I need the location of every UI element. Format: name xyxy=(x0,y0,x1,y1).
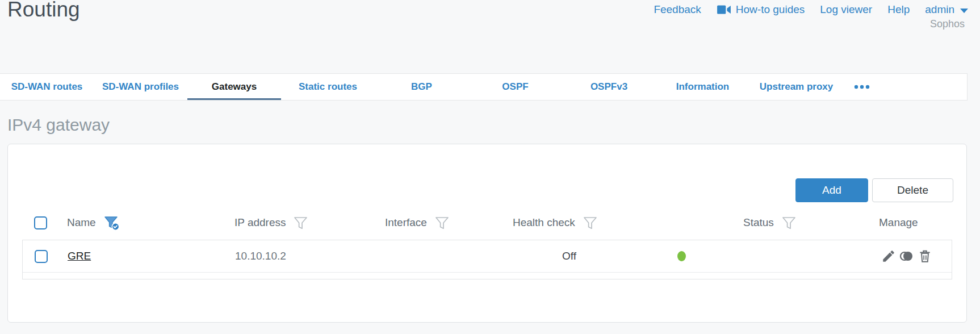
section-heading: IPv4 gateway xyxy=(7,115,110,135)
filter-icon[interactable] xyxy=(583,216,598,230)
tab-sd-wan-routes[interactable]: SD-WAN routes xyxy=(0,74,94,100)
more-tabs-button[interactable] xyxy=(843,74,881,100)
page-title: Routing xyxy=(7,0,80,22)
gateway-name-link[interactable]: GRE xyxy=(68,250,91,262)
row-select-cell xyxy=(23,250,68,263)
caret-down-icon xyxy=(960,9,968,13)
feedback-link[interactable]: Feedback xyxy=(654,3,701,16)
log-viewer-link[interactable]: Log viewer xyxy=(820,3,872,16)
select-all-cell xyxy=(22,216,67,229)
manage-cell xyxy=(880,249,952,264)
video-camera-icon xyxy=(717,4,731,15)
column-header-status: Status xyxy=(652,216,879,230)
table-header: Name IP address Interface Health check xyxy=(22,209,952,236)
clone-icon[interactable] xyxy=(899,249,915,264)
add-button[interactable]: Add xyxy=(795,178,868,202)
status-cell xyxy=(652,251,880,261)
tab-ospf[interactable]: OSPF xyxy=(468,74,562,100)
filter-icon[interactable] xyxy=(781,216,797,230)
column-header-ip-address: IP address xyxy=(234,216,385,230)
edit-icon[interactable] xyxy=(881,249,896,264)
status-up-indicator xyxy=(677,251,686,261)
tab-information[interactable]: Information xyxy=(656,74,749,100)
filter-icon[interactable] xyxy=(434,216,450,230)
delete-button[interactable]: Delete xyxy=(872,178,953,202)
filter-icon[interactable] xyxy=(293,216,308,230)
howto-guides-link[interactable]: How-to guides xyxy=(717,3,805,16)
select-all-checkbox[interactable] xyxy=(34,216,47,229)
ipv4-gateway-card: Add Delete Name IP address Interface xyxy=(7,144,967,323)
ellipsis-icon xyxy=(854,85,870,89)
help-link[interactable]: Help xyxy=(887,3,910,16)
tab-static-routes[interactable]: Static routes xyxy=(281,74,375,100)
delete-icon[interactable] xyxy=(918,249,932,264)
toolbar: Add Delete xyxy=(795,178,953,202)
column-header-health-check: Health check xyxy=(513,216,652,230)
tab-ospfv3[interactable]: OSPFv3 xyxy=(562,74,656,100)
column-header-manage: Manage xyxy=(879,216,952,229)
tab-sd-wan-profiles[interactable]: SD-WAN profiles xyxy=(94,74,187,100)
filter-active-icon[interactable] xyxy=(103,215,120,231)
brand-label: Sophos xyxy=(930,18,965,30)
column-header-interface: Interface xyxy=(385,216,513,230)
user-menu[interactable]: admin xyxy=(925,3,968,16)
row-checkbox[interactable] xyxy=(35,250,48,263)
gateway-name-cell: GRE xyxy=(68,250,235,262)
column-header-name: Name xyxy=(67,215,234,231)
page-header: Routing Feedback How-to guides Log viewe… xyxy=(0,0,980,73)
table-body: GRE 10.10.10.2 Off xyxy=(22,240,952,279)
health-check-cell: Off xyxy=(513,250,652,262)
top-nav: Feedback How-to guides Log viewer Help a… xyxy=(654,3,968,16)
tab-upstream-proxy[interactable]: Upstream proxy xyxy=(749,74,843,100)
tab-gateways[interactable]: Gateways xyxy=(187,74,281,100)
ip-address-cell: 10.10.10.2 xyxy=(235,250,386,262)
tab-bgp[interactable]: BGP xyxy=(375,74,468,100)
table-row: GRE 10.10.10.2 Off xyxy=(23,240,952,273)
tab-bar: SD-WAN routes SD-WAN profiles Gateways S… xyxy=(0,73,968,101)
